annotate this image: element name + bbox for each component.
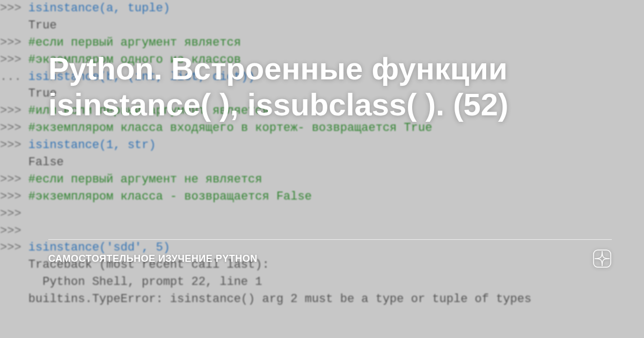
overlay-layer: Python. Встроенные функции isinstance( )… bbox=[0, 0, 644, 338]
zen-logo-icon bbox=[592, 249, 612, 268]
publication-bar: САМОСТОЯТЕЛЬНОЕ ИЗУЧЕНИЕ PYTHON bbox=[48, 249, 612, 268]
publication-name: САМОСТОЯТЕЛЬНОЕ ИЗУЧЕНИЕ PYTHON bbox=[48, 253, 258, 264]
article-title: Python. Встроенные функции isinstance( )… bbox=[48, 51, 612, 122]
